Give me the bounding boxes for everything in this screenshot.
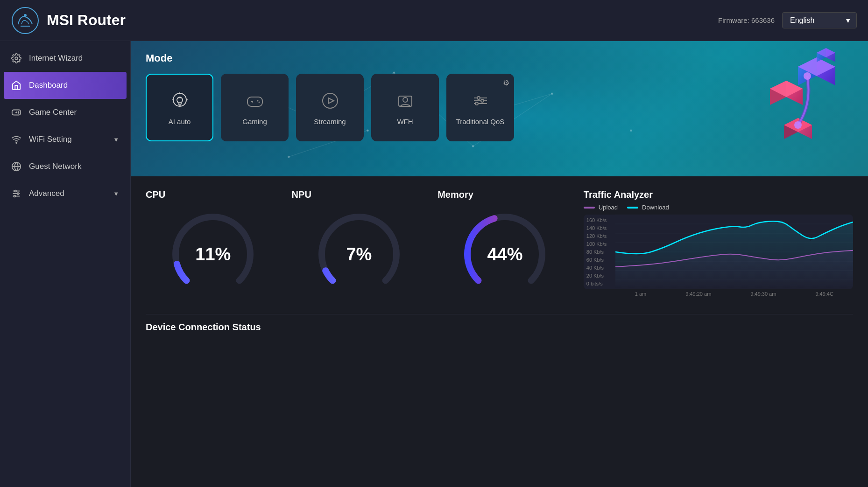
svg-point-7 [18, 112, 19, 113]
memory-value: 44% [487, 244, 522, 264]
svg-point-8 [16, 142, 17, 143]
sidebar-item-internet-wizard[interactable]: Internet Wizard [0, 45, 130, 72]
mode-card-label: Traditional QoS [456, 118, 505, 125]
sidebar-item-game-center[interactable]: Game Center [0, 99, 130, 126]
stats-section: CPU 11% NPU 7% Memory [131, 176, 868, 314]
memory-title: Memory [438, 189, 473, 200]
msi-logo-icon [11, 7, 39, 35]
svg-point-34 [173, 93, 186, 106]
firmware-label: Firmware: 663636 [718, 16, 775, 24]
mode-card-wfh[interactable]: WFH [371, 74, 439, 141]
router-3d-svg [714, 43, 863, 174]
traffic-chart-canvas [615, 215, 853, 289]
memory-gauge: 44% [458, 208, 551, 301]
traffic-analyzer-card: Traffic Analyzer Upload Download [584, 189, 853, 301]
cpu-title: CPU [146, 189, 165, 200]
npu-gauge: 7% [312, 208, 406, 301]
svg-point-15 [17, 193, 19, 195]
mode-card-label: AI auto [169, 118, 191, 125]
traffic-chart-area: 160 Kb/s 140 Kb/s 120 Kb/s 100 Kb/s 80 K… [584, 215, 853, 289]
gear-icon [11, 53, 21, 63]
ai-auto-icon [169, 90, 191, 112]
download-legend-dot [627, 207, 638, 209]
sidebar-item-wifi-setting[interactable]: WiFi Setting ▼ [0, 126, 130, 153]
gamepad-icon [11, 107, 21, 118]
home-icon [11, 80, 21, 90]
sidebar-item-label: Game Center [29, 108, 77, 117]
gaming-icon [244, 90, 266, 112]
sidebar-item-dashboard[interactable]: Dashboard [4, 72, 127, 99]
npu-stat-card: NPU 7% [292, 189, 427, 301]
svg-point-2 [15, 57, 18, 60]
download-legend: Download [627, 204, 669, 211]
upload-legend-dot [584, 207, 595, 209]
svg-point-55 [481, 99, 484, 102]
svg-point-16 [14, 195, 16, 197]
header-right: Firmware: 663636 English 中文 Deutsch Fran… [718, 12, 857, 28]
npu-title: NPU [292, 189, 311, 200]
chart-y-labels: 160 Kb/s 140 Kb/s 120 Kb/s 100 Kb/s 80 K… [584, 215, 615, 289]
npu-value: 7% [346, 244, 372, 264]
upload-label: Upload [599, 204, 618, 211]
svg-point-45 [257, 100, 258, 102]
main-content: Mode [131, 41, 868, 487]
mode-card-label: WFH [397, 118, 413, 125]
svg-marker-48 [328, 98, 334, 104]
traffic-title: Traffic Analyzer [584, 189, 853, 200]
mode-card-traditional-qos[interactable]: ⚙ Traditional QoS [446, 74, 514, 141]
cpu-stat-card: CPU 11% [146, 189, 281, 301]
mode-card-ai-auto[interactable]: AI auto [146, 74, 213, 141]
sliders-icon [11, 188, 21, 199]
sidebar-item-guest-network[interactable]: Guest Network [0, 153, 130, 180]
wfh-icon [394, 90, 416, 112]
language-selector-wrapper[interactable]: English 中文 Deutsch Français Español ▼ [782, 12, 857, 28]
cpu-value: 11% [195, 244, 231, 264]
sidebar: Internet Wizard Dashboard [0, 41, 131, 487]
memory-stat-card: Memory 44% [438, 189, 572, 301]
svg-point-47 [323, 93, 338, 108]
chart-x-labels: 1 am 9:49:20 am 9:49:30 am 9:49:4C [584, 291, 853, 297]
download-label: Download [642, 204, 669, 211]
svg-point-50 [403, 97, 408, 102]
svg-point-54 [477, 97, 480, 99]
chevron-down-icon: ▼ [113, 136, 119, 143]
svg-rect-42 [247, 97, 262, 106]
svg-point-46 [258, 102, 260, 103]
qos-icon [469, 90, 492, 112]
mode-card-gaming[interactable]: Gaming [221, 74, 289, 141]
sidebar-item-label: Advanced [29, 189, 64, 198]
svg-point-14 [14, 190, 16, 192]
streaming-icon [319, 90, 341, 112]
logo-area: MSI Router [11, 7, 126, 35]
device-connection-section: Device Connection Status [131, 314, 868, 351]
device-connection-title: Device Connection Status [146, 314, 853, 338]
settings-icon: ⚙ [503, 78, 509, 87]
mode-card-streaming[interactable]: Streaming [296, 74, 364, 141]
traffic-legend: Upload Download [584, 204, 853, 211]
svg-point-1 [24, 14, 27, 17]
globe-icon [11, 161, 21, 172]
svg-point-70 [794, 121, 802, 129]
svg-point-56 [475, 102, 478, 105]
sidebar-item-label: WiFi Setting [29, 135, 72, 144]
main-layout: Internet Wizard Dashboard [0, 41, 868, 487]
upload-legend: Upload [584, 204, 618, 211]
language-select[interactable]: English 中文 Deutsch Français Español [782, 12, 857, 28]
mode-section: Mode [131, 41, 868, 176]
sidebar-item-advanced[interactable]: Advanced ▼ [0, 180, 130, 207]
sidebar-item-label: Guest Network [29, 162, 81, 171]
app-title: MSI Router [47, 12, 126, 29]
svg-point-69 [804, 72, 811, 80]
app-header: MSI Router Firmware: 663636 English 中文 D… [0, 0, 868, 41]
sidebar-item-label: Internet Wizard [29, 54, 83, 63]
wifi-icon [11, 134, 21, 145]
chevron-down-icon: ▼ [113, 190, 119, 197]
cpu-gauge: 11% [166, 208, 260, 301]
mode-card-label: Gaming [242, 118, 267, 125]
sidebar-item-label: Dashboard [29, 81, 68, 90]
stats-grid: CPU 11% NPU 7% Memory [146, 189, 853, 301]
mode-card-label: Streaming [314, 118, 346, 125]
mode-3d-graphic [709, 41, 868, 176]
